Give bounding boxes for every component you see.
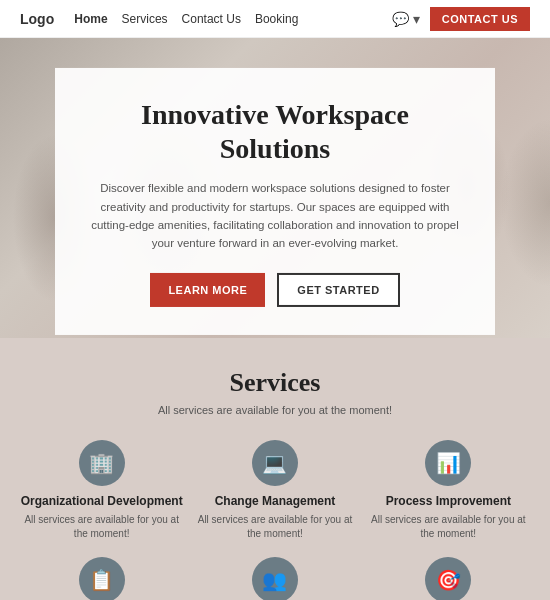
services-title: Services xyxy=(20,368,530,398)
notification-icon[interactable]: 💬 ▾ xyxy=(392,11,420,27)
service-icon-2: 📊 xyxy=(425,440,471,486)
service-name-2: Process Improvement xyxy=(386,494,511,508)
service-item: 🎯 Leadership Coaching All services are a… xyxy=(367,557,530,600)
hero-card: Innovative Workspace Solutions Discover … xyxy=(55,68,495,335)
service-item: 💻 Change Management All services are ava… xyxy=(193,440,356,541)
hero-buttons: LEARN MORE GET STARTED xyxy=(91,273,459,307)
nav-left: Logo Home Services Contact Us Booking xyxy=(20,11,298,27)
service-item: 🏢 Organizational Development All service… xyxy=(20,440,183,541)
service-icon-4: 👥 xyxy=(252,557,298,600)
hero-section: Innovative Workspace Solutions Discover … xyxy=(0,38,550,338)
get-started-button[interactable]: GET STARTED xyxy=(277,273,399,307)
navbar: Logo Home Services Contact Us Booking 💬 … xyxy=(0,0,550,38)
service-item: 📋 Strategic Planning All services are av… xyxy=(20,557,183,600)
service-icon-3: 📋 xyxy=(79,557,125,600)
nav-right: 💬 ▾ CONTACT US xyxy=(392,7,530,31)
nav-services[interactable]: Services xyxy=(122,12,168,26)
services-subtitle: All services are available for you at th… xyxy=(20,404,530,416)
service-icon-0: 🏢 xyxy=(79,440,125,486)
nav-home[interactable]: Home xyxy=(74,12,107,26)
service-icon-5: 🎯 xyxy=(425,557,471,600)
nav-booking[interactable]: Booking xyxy=(255,12,298,26)
service-desc-2: All services are available for you at th… xyxy=(367,513,530,541)
service-desc-0: All services are available for you at th… xyxy=(20,513,183,541)
services-grid: 🏢 Organizational Development All service… xyxy=(20,440,530,600)
service-icon-1: 💻 xyxy=(252,440,298,486)
hero-title: Innovative Workspace Solutions xyxy=(91,98,459,165)
logo: Logo xyxy=(20,11,54,27)
nav-links: Home Services Contact Us Booking xyxy=(74,12,298,26)
service-item: 👥 Human Resources Consulting All service… xyxy=(193,557,356,600)
contact-button[interactable]: CONTACT US xyxy=(430,7,530,31)
hero-description: Discover flexible and modern workspace s… xyxy=(91,179,459,253)
service-name-1: Change Management xyxy=(215,494,336,508)
service-name-0: Organizational Development xyxy=(21,494,183,508)
learn-more-button[interactable]: LEARN MORE xyxy=(150,273,265,307)
nav-contact[interactable]: Contact Us xyxy=(182,12,241,26)
service-desc-1: All services are available for you at th… xyxy=(193,513,356,541)
services-section: Services All services are available for … xyxy=(0,338,550,600)
service-item: 📊 Process Improvement All services are a… xyxy=(367,440,530,541)
